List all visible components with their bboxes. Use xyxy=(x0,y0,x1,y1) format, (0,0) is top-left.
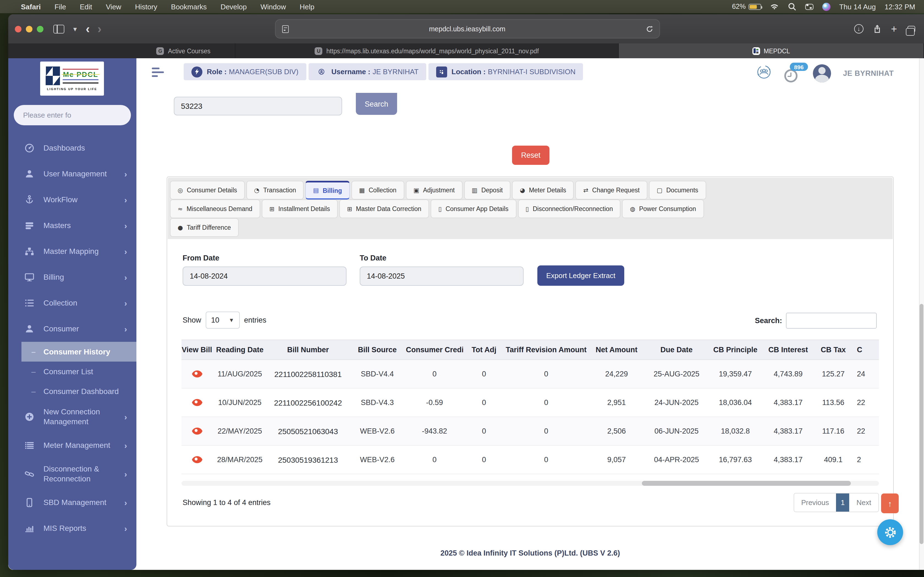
menu-file[interactable]: File xyxy=(55,2,66,11)
sidebar-item-disconnection-reconnection[interactable]: Disconnection & Reconnection › xyxy=(8,458,136,490)
menu-develop[interactable]: Develop xyxy=(221,2,247,11)
view-bill-icon[interactable] xyxy=(192,371,202,377)
tab-consumer-app-details[interactable]: ▯Consumer App Details xyxy=(431,200,516,218)
sidebar-item-collection[interactable]: Collection › xyxy=(8,290,136,316)
profile-name[interactable]: JE BYRNIHAT xyxy=(843,69,894,77)
col-cb-tax[interactable]: CB Tax xyxy=(813,346,854,354)
tab-miscellaneous-demand[interactable]: ≈Miscellaneous Demand xyxy=(170,200,260,218)
scrollbar-thumb[interactable] xyxy=(919,304,924,544)
col-tot-adj[interactable]: Tot Adj xyxy=(463,346,505,354)
browser-tab-mepdcl[interactable]: MEPDCL xyxy=(619,44,924,58)
sidebar-subitem-consumer-dashboard[interactable]: – Consumer Dashboard xyxy=(8,381,136,401)
col-due-date[interactable]: Due Date xyxy=(646,346,707,354)
back-button[interactable]: ‹ xyxy=(86,23,90,35)
zoom-window-button[interactable] xyxy=(37,26,44,32)
col-tariff-revision-amount[interactable]: Tariff Revision Amount xyxy=(505,346,587,354)
minimize-window-button[interactable] xyxy=(26,26,32,32)
menu-bookmarks[interactable]: Bookmarks xyxy=(171,2,207,11)
menu-safari[interactable]: Safari xyxy=(21,2,41,11)
page-1-button[interactable]: 1 xyxy=(836,493,850,512)
spotlight-icon[interactable] xyxy=(788,2,796,11)
menu-window[interactable]: Window xyxy=(260,2,286,11)
sidebar-item-mis-reports[interactable]: MIS Reports › xyxy=(8,516,136,541)
downloads-icon[interactable]: ↓ xyxy=(854,24,864,34)
sidebar-item-dashboards[interactable]: Dashboards xyxy=(8,135,136,161)
wifi-icon[interactable] xyxy=(770,2,779,11)
close-window-button[interactable] xyxy=(15,26,21,32)
sidebar-item-consumer[interactable]: Consumer › xyxy=(8,316,136,342)
tab-documents[interactable]: ▢Documents xyxy=(649,181,706,200)
sidebar-item-workflow[interactable]: WorkFlow › xyxy=(8,187,136,213)
export-ledger-extract-button[interactable]: Export Ledger Extract xyxy=(537,266,624,286)
menu-help[interactable]: Help xyxy=(300,2,315,11)
sidebar-subitem-consumer-list[interactable]: – Consumer List xyxy=(8,362,136,381)
col-view-bill[interactable]: View Bill xyxy=(181,346,212,354)
col-net-amount[interactable]: Net Amount xyxy=(587,346,646,354)
sidebar-search-input[interactable] xyxy=(14,105,131,125)
col-bill-source[interactable]: Bill Source xyxy=(349,346,406,354)
tab-master-data-correction[interactable]: ⊞Master Data Correction xyxy=(339,200,429,218)
tab-consumer-details[interactable]: ◎Consumer Details xyxy=(170,181,245,200)
table-horizontal-scrollbar[interactable] xyxy=(181,481,879,486)
sidebar-subitem-consumer-history[interactable]: – Consumer History xyxy=(21,342,136,362)
battery-indicator[interactable]: 62% xyxy=(732,3,761,10)
tab-meter-details[interactable]: ◕Meter Details xyxy=(512,181,574,200)
tab-tariff-difference[interactable]: ●Tariff Difference xyxy=(170,218,238,237)
sidebar-item-meter-management[interactable]: Meter Management › xyxy=(8,432,136,458)
to-date-input[interactable] xyxy=(360,266,523,286)
tab-power-consumption[interactable]: ◍Power Consumption xyxy=(622,200,704,218)
previous-page-button[interactable]: Previous xyxy=(794,493,836,512)
from-date-input[interactable] xyxy=(183,266,347,286)
table-search-input[interactable] xyxy=(786,313,877,329)
avatar[interactable] xyxy=(813,64,831,82)
hamburger-menu-icon[interactable] xyxy=(152,68,165,79)
reader-icon[interactable] xyxy=(282,25,289,33)
col-reading-date[interactable]: Reading Date xyxy=(212,346,267,354)
next-page-button[interactable]: Next xyxy=(850,493,878,512)
tab-disconnection-reconnection[interactable]: ▯Disconnection/Reconnection xyxy=(518,200,621,218)
reset-button[interactable]: Reset xyxy=(512,146,549,165)
sidebar-item-billing[interactable]: Billing › xyxy=(8,264,136,290)
view-bill-icon[interactable] xyxy=(192,399,202,406)
consumer-search-input[interactable] xyxy=(174,97,342,115)
col-bill-number[interactable]: Bill Number xyxy=(267,346,349,354)
tab-overview-icon[interactable] xyxy=(908,26,915,32)
col-cb-interest[interactable]: CB Interest xyxy=(763,346,813,354)
scroll-to-top-button[interactable]: ↑ xyxy=(881,493,899,513)
sidebar-item-sbd-management[interactable]: SBD Management › xyxy=(8,490,136,516)
view-bill-icon[interactable] xyxy=(192,456,202,463)
sidebar-chevron-icon[interactable]: ▼ xyxy=(72,26,78,32)
mepdcl-logo[interactable]: Me PDCL LIGHTING UP YOUR LIFE xyxy=(40,61,104,96)
sidebar-item-masters[interactable]: Masters › xyxy=(8,213,136,239)
siri-icon[interactable] xyxy=(822,2,830,11)
tab-deposit[interactable]: ▥Deposit xyxy=(464,181,510,200)
browser-scrollbar[interactable] xyxy=(919,58,924,570)
col-consumer-credit[interactable]: Consumer Credit xyxy=(406,346,463,354)
control-center-icon[interactable] xyxy=(805,3,813,10)
notifications[interactable]: 896 xyxy=(784,64,801,82)
address-bar[interactable]: mepdcl.ubs.ieasybill.com xyxy=(275,19,660,39)
tab-change-request[interactable]: ⇄Change Request xyxy=(575,181,647,200)
col-cut[interactable]: C xyxy=(854,346,879,354)
sidebar-item-new-connection-management[interactable]: New Connection Management › xyxy=(8,401,136,432)
sidebar-item-master-mapping[interactable]: Master Mapping › xyxy=(8,239,136,264)
menu-edit[interactable]: Edit xyxy=(80,2,92,11)
browser-tab-utexas-pdf[interactable]: U https://maps.lib.utexas.edu/maps/world… xyxy=(236,44,619,58)
tab-billing[interactable]: ▤Billing xyxy=(305,181,350,200)
menu-view[interactable]: View xyxy=(106,2,121,11)
menubar-date[interactable]: Thu 14 Aug xyxy=(839,2,876,11)
tab-installment-details[interactable]: ⊞Installment Details xyxy=(262,200,338,218)
settings-fab[interactable] xyxy=(877,519,903,545)
sidebar-item-user-management[interactable]: User Management › xyxy=(8,161,136,187)
page-size-select[interactable]: 10 ▼ xyxy=(206,311,240,329)
scrollbar-thumb[interactable] xyxy=(642,481,851,486)
reload-icon[interactable] xyxy=(646,25,653,33)
forward-button[interactable]: › xyxy=(97,23,102,35)
share-icon[interactable] xyxy=(873,24,882,33)
user-sync-icon[interactable] xyxy=(755,64,772,82)
search-button[interactable]: Search xyxy=(356,93,397,115)
col-cb-principle[interactable]: CB Principle xyxy=(707,346,763,354)
browser-tab-active-courses[interactable]: G Active Courses xyxy=(132,44,236,58)
tab-adjustment[interactable]: ▣Adjustment xyxy=(405,181,462,200)
new-tab-icon[interactable]: + xyxy=(891,23,897,35)
